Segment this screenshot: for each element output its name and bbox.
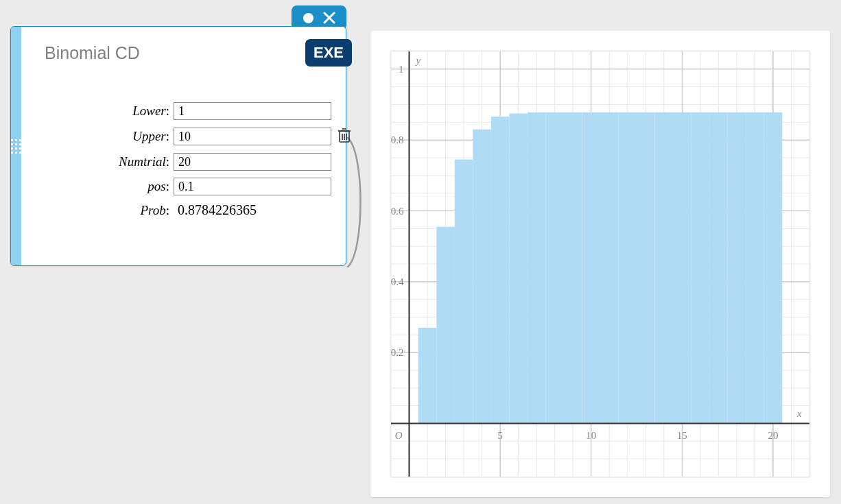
svg-rect-79 bbox=[673, 112, 691, 424]
svg-rect-67 bbox=[455, 160, 473, 424]
svg-rect-74 bbox=[582, 112, 600, 424]
svg-text:20: 20 bbox=[768, 430, 778, 441]
svg-rect-66 bbox=[436, 227, 455, 424]
svg-text:x: x bbox=[796, 408, 802, 419]
binomial-cd-panel: Binomial CD EXE Lower Upper bbox=[10, 26, 346, 266]
svg-text:15: 15 bbox=[677, 430, 687, 441]
upper-label: Upper bbox=[34, 129, 169, 144]
pos-label: pos bbox=[34, 179, 169, 194]
svg-rect-73 bbox=[564, 112, 582, 424]
svg-rect-80 bbox=[691, 112, 710, 424]
svg-text:0.2: 0.2 bbox=[391, 347, 404, 358]
svg-text:1: 1 bbox=[399, 64, 404, 75]
prob-value: 0.8784226365 bbox=[174, 202, 257, 218]
svg-text:10: 10 bbox=[586, 430, 596, 441]
svg-text:0.6: 0.6 bbox=[391, 206, 404, 217]
panel-title: Binomial CD bbox=[45, 43, 305, 63]
pos-input[interactable] bbox=[174, 178, 331, 195]
delete-button[interactable] bbox=[337, 127, 352, 146]
grip-icon bbox=[11, 139, 21, 154]
drag-handle[interactable] bbox=[11, 27, 21, 265]
svg-rect-78 bbox=[655, 112, 674, 424]
svg-rect-65 bbox=[418, 328, 437, 424]
svg-rect-84 bbox=[764, 112, 783, 424]
circle-icon[interactable] bbox=[303, 13, 313, 23]
svg-rect-76 bbox=[619, 112, 637, 424]
svg-text:5: 5 bbox=[497, 430, 503, 441]
svg-rect-77 bbox=[637, 112, 655, 424]
numtrial-label: Numtrial bbox=[34, 154, 169, 169]
svg-rect-72 bbox=[545, 112, 564, 424]
svg-rect-70 bbox=[509, 113, 528, 423]
svg-rect-75 bbox=[600, 112, 619, 424]
svg-rect-83 bbox=[746, 112, 764, 424]
svg-text:O: O bbox=[395, 430, 403, 441]
execute-button[interactable]: EXE bbox=[305, 39, 352, 67]
prob-label: Prob bbox=[34, 203, 169, 218]
svg-text:0.8: 0.8 bbox=[391, 134, 404, 145]
numtrial-input[interactable] bbox=[174, 153, 331, 171]
trash-icon bbox=[337, 127, 352, 143]
lower-label: Lower bbox=[34, 104, 169, 119]
svg-text:0.4: 0.4 bbox=[391, 276, 404, 287]
svg-rect-82 bbox=[728, 112, 746, 424]
close-icon[interactable] bbox=[323, 12, 335, 24]
binomial-chart: 51015200.20.40.60.81Oxy bbox=[391, 51, 809, 477]
lower-input[interactable] bbox=[174, 102, 331, 120]
svg-rect-71 bbox=[528, 112, 546, 424]
upper-input[interactable] bbox=[174, 128, 331, 145]
svg-text:y: y bbox=[415, 55, 421, 66]
svg-rect-81 bbox=[709, 112, 728, 424]
plot-card: 51015200.20.40.60.81Oxy bbox=[370, 31, 830, 497]
svg-rect-68 bbox=[473, 130, 491, 424]
svg-rect-69 bbox=[491, 117, 510, 423]
plot-area[interactable]: 51015200.20.40.60.81Oxy bbox=[390, 50, 811, 478]
